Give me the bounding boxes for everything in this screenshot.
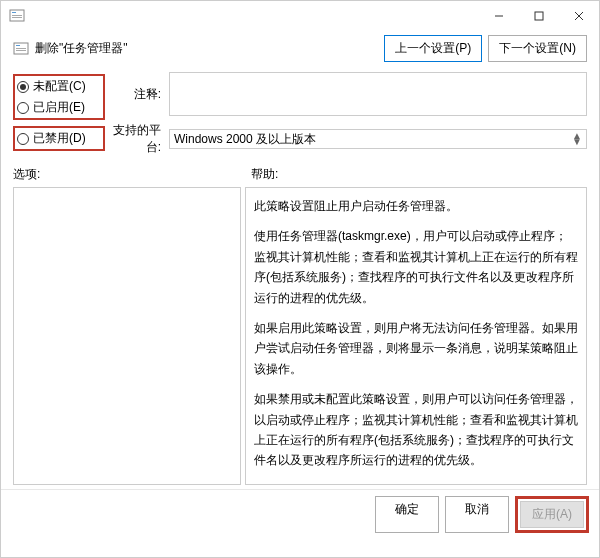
platform-select[interactable]: Windows 2000 及以上版本 ▲▼ <box>169 129 587 149</box>
radio-label: 已启用(E) <box>33 99 85 116</box>
chevron-updown-icon: ▲▼ <box>572 133 582 145</box>
radio-disabled[interactable]: 已禁用(D) <box>15 128 103 149</box>
svg-rect-10 <box>16 48 26 49</box>
comment-label: 注释: <box>105 86 165 103</box>
platform-label: 支持的平台: <box>105 122 165 156</box>
comment-input[interactable] <box>169 72 587 116</box>
radio-enabled[interactable]: 已启用(E) <box>15 97 103 118</box>
svg-rect-1 <box>12 12 16 13</box>
svg-rect-3 <box>12 17 22 18</box>
options-panel <box>13 187 241 485</box>
maximize-button[interactable] <box>519 1 559 31</box>
svg-rect-5 <box>535 12 543 20</box>
policy-title: 删除"任务管理器" <box>35 40 128 57</box>
next-setting-button[interactable]: 下一个设置(N) <box>488 35 587 62</box>
platform-value: Windows 2000 及以上版本 <box>174 131 316 148</box>
ok-button[interactable]: 确定 <box>375 496 439 533</box>
policy-icon <box>13 41 29 57</box>
help-panel[interactable]: 此策略设置阻止用户启动任务管理器。 使用任务管理器(taskmgr.exe)，用… <box>245 187 587 485</box>
help-label: 帮助: <box>251 166 587 183</box>
apply-button[interactable]: 应用(A) <box>520 501 584 528</box>
apply-highlight: 应用(A) <box>515 496 589 533</box>
panels: 此策略设置阻止用户启动任务管理器。 使用任务管理器(taskmgr.exe)，用… <box>1 185 599 489</box>
radio-label: 未配置(C) <box>33 78 86 95</box>
gpedit-icon <box>9 8 25 24</box>
radio-not-configured[interactable]: 未配置(C) <box>15 76 103 97</box>
previous-setting-button[interactable]: 上一个设置(P) <box>384 35 482 62</box>
help-p2: 使用任务管理器(taskmgr.exe)，用户可以启动或停止程序；监视其计算机性… <box>254 226 578 308</box>
svg-rect-9 <box>16 45 20 46</box>
help-p1: 此策略设置阻止用户启动任务管理器。 <box>254 196 578 216</box>
config-area: 未配置(C) 已启用(E) 已禁用(D) 注释: 支持的平台: Windows … <box>1 70 599 162</box>
close-button[interactable] <box>559 1 599 31</box>
radio-label: 已禁用(D) <box>33 130 86 147</box>
fields-col: 注释: 支持的平台: Windows 2000 及以上版本 ▲▼ <box>105 72 587 156</box>
section-labels: 选项: 帮助: <box>1 162 599 185</box>
svg-rect-11 <box>16 50 26 51</box>
help-p3: 如果启用此策略设置，则用户将无法访问任务管理器。如果用户尝试启动任务管理器，则将… <box>254 318 578 379</box>
window-controls <box>479 1 599 31</box>
options-label: 选项: <box>13 166 251 183</box>
footer: 确定 取消 应用(A) <box>1 489 599 539</box>
help-p4: 如果禁用或未配置此策略设置，则用户可以访问任务管理器，以启动或停止程序；监视其计… <box>254 389 578 471</box>
minimize-button[interactable] <box>479 1 519 31</box>
radio-group: 未配置(C) 已启用(E) 已禁用(D) <box>13 72 105 156</box>
titlebar <box>1 1 599 31</box>
cancel-button[interactable]: 取消 <box>445 496 509 533</box>
header-row: 删除"任务管理器" 上一个设置(P) 下一个设置(N) <box>1 31 599 70</box>
svg-rect-2 <box>12 15 22 16</box>
